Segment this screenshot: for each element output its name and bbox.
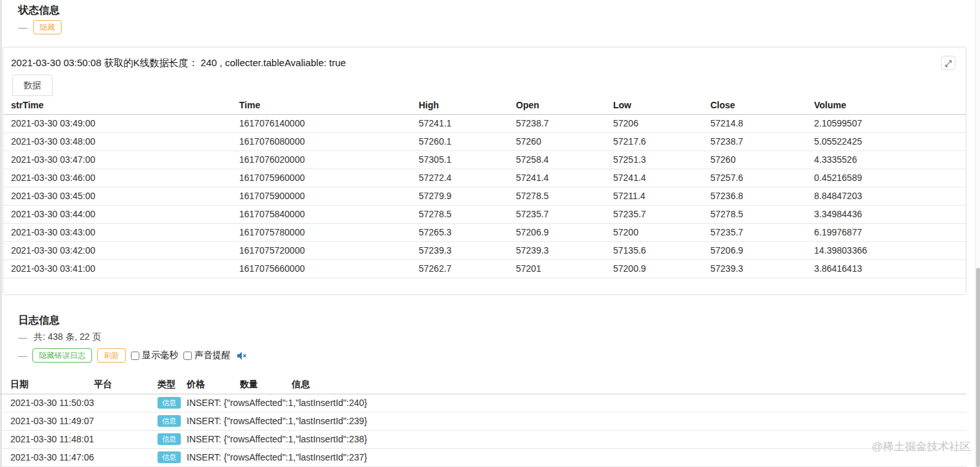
log-count-text: 共: 438 条, 22 页 [34,331,101,343]
table-cell: 2021-03-30 03:43:00 [3,223,239,241]
log-message-cell: INSERT: {"rowsAffected":1,"lastInsertId"… [187,430,966,448]
table-cell: 57258.4 [516,150,613,169]
muted-speaker-icon[interactable] [237,352,247,360]
log-table: 日期平台类型价格数量信息 2021-03-30 11:50:03信息INSERT… [0,376,966,467]
table-cell: 3.34984436 [814,205,966,223]
table-row: 2021-03-30 03:48:00161707608000057260.15… [3,132,966,150]
column-header: 价格 [187,376,240,394]
table-cell: 57241.1 [419,114,516,132]
log-date-cell: 2021-03-30 11:47:06 [0,448,94,466]
log-table-body: 2021-03-30 11:50:03信息INSERT: {"rowsAffec… [0,394,966,466]
show-milliseconds-option[interactable]: 显示毫秒 [131,350,178,361]
table-cell: 57206.9 [710,241,814,259]
log-row: 2021-03-30 11:49:07信息INSERT: {"rowsAffec… [0,412,966,430]
column-header: Close [710,96,814,114]
collapse-dash-icon[interactable]: — [18,23,27,32]
table-row: 2021-03-30 03:46:00161707596000057272.45… [3,169,966,187]
scrollbar-thumb[interactable] [976,268,980,467]
table-cell: 57239.3 [516,241,613,259]
collapse-dash-icon[interactable]: — [18,351,27,360]
log-date-cell: 2021-03-30 11:50:03 [0,394,94,412]
table-cell: 8.84847203 [814,187,966,205]
log-table-header-row: 日期平台类型价格数量信息 [0,376,966,394]
log-type-cell: 信息 [158,448,187,466]
log-message-cell: INSERT: {"rowsAffected":1,"lastInsertId"… [187,394,966,412]
refresh-button[interactable]: 刷新 [97,348,126,363]
kline-tabs: 数据 [3,75,966,96]
column-header: strTime [3,96,239,114]
tab-data[interactable]: 数据 [12,75,52,96]
log-type-cell: 信息 [158,430,187,448]
table-cell: 57239.3 [710,259,814,278]
table-cell: 1617075660000 [239,259,419,278]
column-header: Low [613,96,710,114]
table-cell: 57238.7 [516,114,613,132]
table-cell: 57262.7 [419,259,516,278]
table-row: 2021-03-30 03:44:00161707584000057278.55… [3,205,966,223]
show-milliseconds-label: 显示毫秒 [142,350,178,361]
column-header: 数量 [240,376,292,394]
sound-alert-checkbox[interactable] [183,352,192,360]
table-cell: 6.19976877 [814,223,966,241]
table-cell: 57235.7 [613,205,710,223]
table-cell: 57278.5 [516,187,613,205]
collapse-dash-icon[interactable]: — [18,333,27,342]
log-message-cell: INSERT: {"rowsAffected":1,"lastInsertId"… [187,412,966,430]
column-header: 类型 [158,376,187,394]
status-section-title: 状态信息 [18,4,62,17]
column-header: 信息 [292,376,966,394]
log-type-cell: 信息 [158,394,187,412]
column-header: 日期 [0,376,94,394]
table-cell: 57200.9 [613,259,710,278]
table-cell: 57236.8 [710,187,814,205]
hide-error-log-button[interactable]: 隐藏错误日志 [32,348,92,363]
table-cell: 57135.6 [613,241,710,259]
table-cell: 57278.5 [419,205,516,223]
table-cell: 2021-03-30 03:42:00 [3,241,239,259]
hide-button[interactable]: 隐藏 [33,20,62,34]
kline-table-header-row: strTimeTimeHighOpenLowCloseVolume [3,96,966,114]
kline-table-body: 2021-03-30 03:49:00161707614000057241.15… [3,114,966,278]
table-cell: 57265.3 [419,223,516,241]
table-row: 2021-03-30 03:47:00161707602000057305.15… [3,150,966,169]
table-cell: 57235.7 [516,205,613,223]
log-date-cell: 2021-03-30 11:48:01 [0,430,94,448]
table-cell: 1617076080000 [239,132,419,150]
table-cell: 57260 [516,132,613,150]
table-cell: 57211.4 [613,187,710,205]
column-header: Time [239,96,419,114]
column-header: Open [516,96,613,114]
table-cell: 57200 [613,223,710,241]
vertical-scrollbar[interactable] [975,0,980,467]
table-cell: 57217.6 [613,132,710,150]
sound-alert-option[interactable]: 声音提醒 [183,350,231,361]
info-badge: 信息 [158,415,181,427]
table-cell: 2021-03-30 03:45:00 [3,187,239,205]
table-cell: 5.05522425 [814,132,966,150]
table-cell: 57214.8 [710,114,814,132]
table-cell: 1617075840000 [239,205,419,223]
table-cell: 57260.1 [419,132,516,150]
table-row: 2021-03-30 03:49:00161707614000057241.15… [3,114,966,132]
table-cell: 57278.5 [710,205,814,223]
table-cell: 14.39803366 [814,241,966,259]
table-cell: 57251.3 [613,150,710,169]
log-platform-cell [94,412,158,430]
table-cell: 2021-03-30 03:44:00 [3,205,239,223]
table-cell: 0.45216589 [814,169,966,187]
sound-alert-label: 声音提醒 [194,350,231,361]
show-milliseconds-checkbox[interactable] [131,352,139,360]
watermark: @稀土掘金技术社区 [872,439,971,454]
table-cell: 2021-03-30 03:48:00 [3,132,239,150]
table-cell: 1617076020000 [239,150,419,169]
table-cell: 1617075960000 [239,169,419,187]
table-row: 2021-03-30 03:45:00161707590000057279.95… [3,187,966,205]
table-cell: 57257.6 [710,169,814,187]
expand-button[interactable]: ⤢ [941,56,955,70]
table-cell: 1617075900000 [239,187,419,205]
table-cell: 57238.7 [710,132,814,150]
log-row: 2021-03-30 11:47:06信息INSERT: {"rowsAffec… [0,448,966,466]
table-cell: 57239.3 [419,241,516,259]
kline-panel-header-text: 2021-03-30 03:50:08 获取的K线数据长度： 240 , col… [3,47,966,69]
table-cell: 3.86416413 [814,259,966,278]
